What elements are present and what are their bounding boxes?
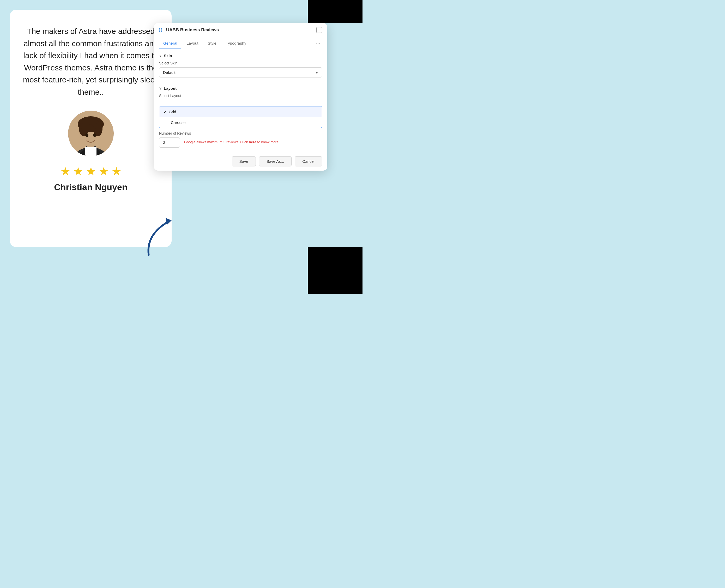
star-5: ★ xyxy=(111,165,122,178)
panel-title: UABB Business Reviews xyxy=(166,27,313,33)
skin-section-label: Skin xyxy=(164,54,172,58)
panel-body: ∨ Skin Select Skin Default ∨ ∨ Layout Se… xyxy=(154,49,327,148)
tab-more[interactable]: ··· xyxy=(314,37,322,49)
select-layout-label: Select Layout xyxy=(159,93,322,98)
avatar xyxy=(68,111,114,156)
settings-panel: UABB Business Reviews General Layout Sty… xyxy=(154,23,327,171)
tab-bar: General Layout Style Typography ··· xyxy=(154,37,327,49)
dropdown-carousel-label: Carousel xyxy=(171,120,187,125)
dropdown-grid-label: Grid xyxy=(169,109,176,114)
panel-footer: Save Save As... Cancel xyxy=(154,152,327,171)
panel-header: UABB Business Reviews xyxy=(154,23,327,37)
chevron-icon: ∨ xyxy=(159,54,162,58)
grip-dot xyxy=(159,28,160,29)
star-rating: ★ ★ ★ ★ ★ xyxy=(60,165,122,178)
star-2: ★ xyxy=(73,165,83,178)
here-link[interactable]: here xyxy=(249,140,256,144)
reviewer-name: Christian Nguyen xyxy=(54,182,127,192)
chevron-icon-2: ∨ xyxy=(159,86,162,90)
star-4: ★ xyxy=(99,165,109,178)
svg-point-13 xyxy=(93,133,96,137)
num-reviews-row: Google allows maximum 5 reviews. Click h… xyxy=(159,138,322,148)
star-3: ★ xyxy=(86,165,96,178)
helper-text: Google allows maximum 5 reviews. Click h… xyxy=(184,138,322,145)
grip-dot xyxy=(159,31,160,33)
check-icon: ✓ xyxy=(164,110,167,114)
tab-general[interactable]: General xyxy=(159,38,181,49)
select-skin-label: Select Skin xyxy=(159,61,322,65)
drag-handle[interactable] xyxy=(159,28,162,33)
black-corner-bottom xyxy=(308,247,362,294)
layout-dropdown: ✓ Grid Carousel xyxy=(159,106,322,128)
tab-typography[interactable]: Typography xyxy=(222,38,250,49)
svg-point-10 xyxy=(81,123,87,129)
minimize-button[interactable] xyxy=(316,27,322,33)
num-reviews-input[interactable] xyxy=(159,138,180,148)
dropdown-item-grid[interactable]: ✓ Grid xyxy=(159,106,322,117)
save-button[interactable]: Save xyxy=(232,156,256,166)
save-as-button[interactable]: Save As... xyxy=(259,156,292,166)
svg-rect-14 xyxy=(85,147,97,156)
grip-dot xyxy=(161,28,162,29)
layout-section-header[interactable]: ∨ Layout xyxy=(159,86,322,90)
dropdown-item-carousel[interactable]: Carousel xyxy=(159,117,322,128)
layout-section-label: Layout xyxy=(164,86,176,90)
svg-point-11 xyxy=(95,123,101,129)
skin-section: ∨ Skin Select Skin Default ∨ xyxy=(154,49,327,82)
grip-dot xyxy=(161,31,162,33)
black-corner-top xyxy=(308,0,362,23)
layout-section: ∨ Layout Select Layout xyxy=(154,82,327,104)
skin-section-header[interactable]: ∨ Skin xyxy=(159,54,322,58)
star-1: ★ xyxy=(60,165,70,178)
chevron-down-icon: ∨ xyxy=(316,70,318,75)
review-card: The makers of Astra have addressed almos… xyxy=(10,9,172,247)
svg-point-12 xyxy=(85,133,88,137)
grip-dot xyxy=(159,29,160,30)
review-text: The makers of Astra have addressed almos… xyxy=(22,25,159,98)
tab-layout[interactable]: Layout xyxy=(182,38,202,49)
num-reviews-label: Number of Reviews xyxy=(159,131,322,135)
tab-style[interactable]: Style xyxy=(204,38,220,49)
cancel-button[interactable]: Cancel xyxy=(295,156,322,166)
skin-selected-value: Default xyxy=(163,70,175,75)
avatar-image xyxy=(68,111,114,156)
grip-dot xyxy=(161,29,162,30)
skin-select[interactable]: Default ∨ xyxy=(159,67,322,78)
